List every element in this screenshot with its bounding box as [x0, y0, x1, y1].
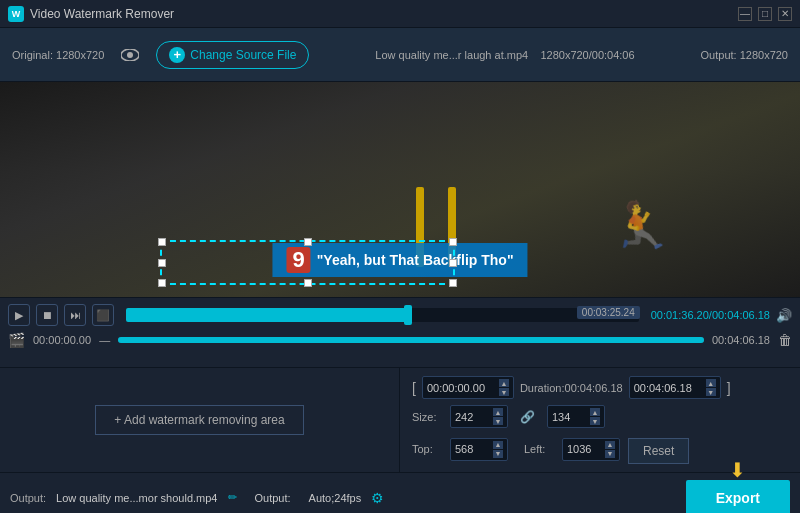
change-source-label: Change Source File	[190, 48, 296, 62]
timeline-container[interactable]: 00:03:25.24	[120, 308, 645, 322]
step-forward-button[interactable]: ⏭	[64, 304, 86, 326]
handle-top-left[interactable]	[158, 238, 166, 246]
settings-icon[interactable]: ⚙	[371, 490, 384, 506]
left-up[interactable]: ▲	[605, 441, 615, 449]
export-container: ⬇ Export	[686, 480, 790, 514]
app-icon: W	[8, 6, 24, 22]
bracket-close: ]	[727, 380, 731, 396]
size-label: Size:	[412, 411, 442, 423]
edit-output-icon[interactable]: ✏	[228, 491, 237, 504]
clip-bar[interactable]	[118, 337, 704, 343]
volume-icon[interactable]: 🔊	[776, 308, 792, 323]
reset-button[interactable]: Reset	[628, 438, 689, 464]
minimize-button[interactable]: —	[738, 7, 752, 21]
handle-top-middle[interactable]	[304, 238, 312, 246]
arrow-indicator: ⬇	[729, 458, 746, 482]
end-time-input[interactable]	[634, 382, 704, 394]
start-time-input[interactable]	[427, 382, 497, 394]
left-label: Left:	[524, 443, 554, 455]
height-up[interactable]: ▲	[590, 408, 600, 416]
top-label: Top:	[412, 443, 442, 455]
svg-point-1	[127, 52, 133, 58]
close-button[interactable]: ✕	[778, 7, 792, 21]
width-spinners: ▲ ▼	[493, 408, 503, 425]
size-row: Size: ▲ ▼ 🔗 ▲ ▼	[412, 405, 788, 428]
start-time-input-group[interactable]: ▲ ▼	[422, 376, 514, 399]
preview-toggle-button[interactable]	[116, 41, 144, 69]
end-time-input-group[interactable]: ▲ ▼	[629, 376, 721, 399]
title-bar: W Video Watermark Remover — □ ✕	[0, 0, 800, 28]
file-name: Low quality me...r laugh at.mp4	[375, 49, 528, 61]
top-input[interactable]	[455, 443, 493, 455]
maximize-button[interactable]: □	[758, 7, 772, 21]
top-spinners: ▲ ▼	[493, 441, 503, 458]
export-label: Export	[716, 490, 760, 506]
end-time-down[interactable]: ▼	[706, 388, 716, 396]
height-input[interactable]	[552, 411, 590, 423]
handle-middle-right[interactable]	[449, 259, 457, 267]
width-down[interactable]: ▼	[493, 417, 503, 425]
time-tooltip: 00:03:25.24	[577, 306, 640, 319]
bottom-output-label: Output:	[10, 492, 46, 504]
clip-end-time: 00:04:06.18	[712, 334, 770, 346]
width-input[interactable]	[455, 411, 493, 423]
timeline-progress	[126, 308, 408, 322]
width-input-group[interactable]: ▲ ▼	[450, 405, 508, 428]
left-panel: + Add watermark removing area	[0, 368, 400, 472]
clip-start-time: 00:00:00.00	[33, 334, 91, 346]
end-time-up[interactable]: ▲	[706, 379, 716, 387]
output-file-name: Low quality me...mor should.mp4	[56, 492, 217, 504]
top-up[interactable]: ▲	[493, 441, 503, 449]
duration-label: Duration:00:04:06.18	[520, 382, 623, 394]
start-time-up[interactable]: ▲	[499, 379, 509, 387]
time-row: [ ▲ ▼ Duration:00:04:06.18 ▲ ▼ ]	[412, 376, 788, 399]
controls-panel: + Add watermark removing area [ ▲ ▼ Dura…	[0, 367, 800, 472]
video-preview: 🏃 9 "Yeah, but That Backflip Tho"	[0, 82, 800, 297]
play-button[interactable]: ▶	[8, 304, 30, 326]
export-button[interactable]: Export	[686, 480, 790, 514]
app-title: Video Watermark Remover	[30, 7, 738, 21]
file-info: Low quality me...r laugh at.mp4 1280x720…	[321, 49, 688, 61]
width-up[interactable]: ▲	[493, 408, 503, 416]
height-down[interactable]: ▼	[590, 417, 600, 425]
left-spinners: ▲ ▼	[605, 441, 615, 458]
height-spinners: ▲ ▼	[590, 408, 600, 425]
bottom-bar: Output: Low quality me...mor should.mp4 …	[0, 472, 800, 513]
handle-bottom-middle[interactable]	[304, 279, 312, 287]
output-format-label: Output:	[255, 492, 291, 504]
height-input-group[interactable]: ▲ ▼	[547, 405, 605, 428]
handle-bottom-right[interactable]	[449, 279, 457, 287]
window-controls: — □ ✕	[738, 7, 792, 21]
clip-bar-fill	[118, 337, 704, 343]
change-source-button[interactable]: + Change Source File	[156, 41, 309, 69]
left-input[interactable]	[567, 443, 605, 455]
timeline-thumb[interactable]	[404, 305, 412, 325]
right-panel: [ ▲ ▼ Duration:00:04:06.18 ▲ ▼ ] Size:	[400, 368, 800, 472]
handle-top-right[interactable]	[449, 238, 457, 246]
handle-bottom-left[interactable]	[158, 279, 166, 287]
end-time-spinners: ▲ ▼	[706, 379, 716, 396]
left-down[interactable]: ▼	[605, 450, 615, 458]
timeline-track[interactable]	[126, 308, 639, 322]
stop-button[interactable]: ⏹	[36, 304, 58, 326]
delete-clip-button[interactable]: 🗑	[778, 332, 792, 348]
start-time-spinners: ▲ ▼	[499, 379, 509, 396]
add-watermark-area-button[interactable]: + Add watermark removing area	[95, 405, 303, 435]
toolbar: Original: 1280x720 + Change Source File …	[0, 28, 800, 82]
watermark-selection-box[interactable]	[160, 240, 455, 285]
reset-label: Reset	[643, 444, 674, 458]
top-down[interactable]: ▼	[493, 450, 503, 458]
left-input-group[interactable]: ▲ ▼	[562, 438, 620, 461]
bracket-open: [	[412, 380, 416, 396]
time-display: 00:01:36.20/00:04:06.18	[651, 309, 770, 321]
add-area-label: + Add watermark removing area	[114, 413, 284, 427]
handle-middle-left[interactable]	[158, 259, 166, 267]
clip-icon: 🎬	[8, 332, 25, 348]
top-input-group[interactable]: ▲ ▼	[450, 438, 508, 461]
frame-button[interactable]: ⬛	[92, 304, 114, 326]
link-icon[interactable]: 🔗	[516, 410, 539, 424]
file-meta: 1280x720/00:04:06	[540, 49, 634, 61]
clip-range: 🎬 00:00:00.00 — 00:04:06.18 🗑	[8, 332, 792, 348]
start-time-down[interactable]: ▼	[499, 388, 509, 396]
output-info: Output: 1280x720	[701, 49, 788, 61]
